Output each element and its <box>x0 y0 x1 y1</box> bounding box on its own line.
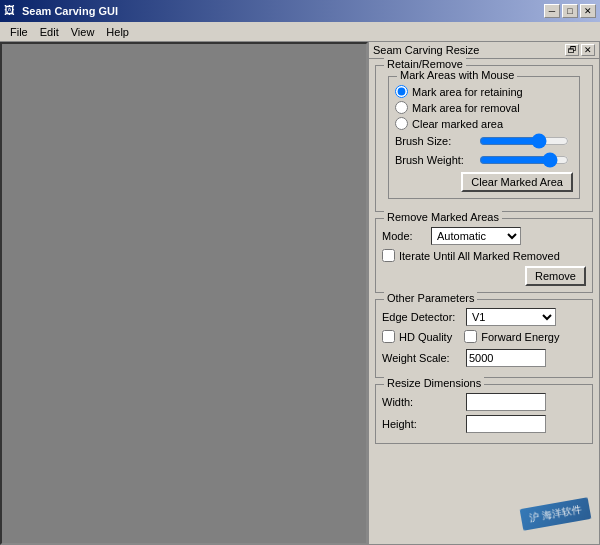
panel-close-button[interactable]: ✕ <box>581 44 595 56</box>
edge-detector-select[interactable]: V1 V2 <box>466 308 556 326</box>
radio-retain[interactable] <box>395 85 408 98</box>
height-input[interactable] <box>466 415 546 433</box>
iterate-row: Iterate Until All Marked Removed <box>382 249 586 262</box>
forward-energy-checkbox[interactable] <box>464 330 477 343</box>
brush-weight-label: Brush Weight: <box>395 154 475 166</box>
forward-energy-row: Forward Energy <box>464 330 559 343</box>
radio-retain-label: Mark area for retaining <box>412 86 523 98</box>
radio-row-removal: Mark area for removal <box>395 101 573 114</box>
menu-file[interactable]: File <box>4 24 34 40</box>
clear-marked-area-button[interactable]: Clear Marked Area <box>461 172 573 192</box>
brush-size-label: Brush Size: <box>395 135 475 147</box>
resize-dimensions-title: Resize Dimensions <box>384 377 484 389</box>
width-input[interactable] <box>466 393 546 411</box>
height-label: Height: <box>382 418 462 430</box>
radio-removal[interactable] <box>395 101 408 114</box>
iterate-label: Iterate Until All Marked Removed <box>399 250 560 262</box>
edge-detector-row: Edge Detector: V1 V2 <box>382 308 586 326</box>
panel-restore-button[interactable]: 🗗 <box>565 44 579 56</box>
remove-marked-group: Remove Marked Areas Mode: Automatic Manu… <box>375 218 593 293</box>
panel-title-bar: Seam Carving Resize 🗗 ✕ <box>369 42 599 59</box>
mark-areas-group: Mark Areas with Mouse Mark area for reta… <box>388 76 580 199</box>
close-button[interactable]: ✕ <box>580 4 596 18</box>
panel-title: Seam Carving Resize <box>373 44 479 56</box>
right-panel: Seam Carving Resize 🗗 ✕ Retain/Remove Ma… <box>368 42 600 545</box>
radio-clear-label: Clear marked area <box>412 118 503 130</box>
title-bar-buttons: ─ □ ✕ <box>544 4 596 18</box>
menu-view[interactable]: View <box>65 24 101 40</box>
hd-quality-label: HD Quality <box>399 331 452 343</box>
mode-label: Mode: <box>382 230 427 242</box>
resize-dimensions-group: Resize Dimensions Width: Height: <box>375 384 593 444</box>
weight-scale-row: Weight Scale: <box>382 349 586 367</box>
height-row: Height: <box>382 415 586 433</box>
canvas-area[interactable] <box>0 42 368 545</box>
edge-detector-label: Edge Detector: <box>382 311 462 323</box>
radio-row-retain: Mark area for retaining <box>395 85 573 98</box>
maximize-button[interactable]: □ <box>562 4 578 18</box>
radio-row-clear: Clear marked area <box>395 117 573 130</box>
menu-help[interactable]: Help <box>100 24 135 40</box>
mode-select[interactable]: Automatic Manual <box>431 227 521 245</box>
brush-size-row: Brush Size: <box>395 133 573 149</box>
weight-scale-input[interactable] <box>466 349 546 367</box>
other-params-title: Other Parameters <box>384 292 477 304</box>
other-params-group: Other Parameters Edge Detector: V1 V2 HD… <box>375 299 593 378</box>
clear-marked-area-row: Clear Marked Area <box>395 172 573 192</box>
brush-size-slider[interactable] <box>479 133 569 149</box>
forward-energy-label: Forward Energy <box>481 331 559 343</box>
weight-scale-label: Weight Scale: <box>382 352 462 364</box>
retain-remove-group: Retain/Remove Mark Areas with Mouse Mark… <box>375 65 593 212</box>
menu-bar: File Edit View Help <box>0 22 600 42</box>
hd-quality-row: HD Quality <box>382 330 452 343</box>
mark-areas-title: Mark Areas with Mouse <box>397 69 517 81</box>
width-row: Width: <box>382 393 586 411</box>
width-label: Width: <box>382 396 462 408</box>
mode-row: Mode: Automatic Manual <box>382 227 586 245</box>
quality-energy-row: HD Quality Forward Energy <box>382 330 586 346</box>
radio-removal-label: Mark area for removal <box>412 102 520 114</box>
brush-weight-row: Brush Weight: <box>395 152 573 168</box>
remove-marked-title: Remove Marked Areas <box>384 211 502 223</box>
remove-btn-row: Remove <box>382 266 586 286</box>
remove-button[interactable]: Remove <box>525 266 586 286</box>
app-title: Seam Carving GUI <box>22 5 118 17</box>
minimize-button[interactable]: ─ <box>544 4 560 18</box>
app-icon: 🖼 <box>4 4 18 18</box>
main-content: Seam Carving Resize 🗗 ✕ Retain/Remove Ma… <box>0 42 600 545</box>
hd-quality-checkbox[interactable] <box>382 330 395 343</box>
radio-clear[interactable] <box>395 117 408 130</box>
title-bar: 🖼 Seam Carving GUI ─ □ ✕ <box>0 0 600 22</box>
iterate-checkbox[interactable] <box>382 249 395 262</box>
brush-weight-slider[interactable] <box>479 152 569 168</box>
menu-edit[interactable]: Edit <box>34 24 65 40</box>
